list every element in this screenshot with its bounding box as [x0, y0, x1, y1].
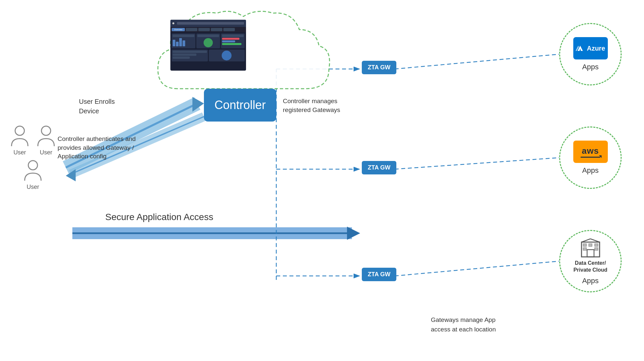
controller-manages-label: Controller manages registered Gateways: [283, 97, 340, 114]
user-label-2: User: [40, 149, 52, 156]
svg-line-11: [395, 54, 559, 69]
datacenter-building-icon: [580, 237, 601, 259]
user-svg-2: [36, 125, 56, 148]
users-section: User User User: [10, 125, 56, 191]
user-svg-3: [23, 159, 43, 182]
app-circle-aws: aws Apps: [559, 126, 622, 189]
svg-rect-21: [595, 244, 598, 246]
svg-point-15: [41, 126, 51, 135]
zta-gw-1: ZTA GW: [362, 61, 396, 74]
svg-marker-5: [347, 227, 360, 240]
aws-apps-label: Apps: [582, 166, 599, 175]
controller-label: Controller: [214, 98, 266, 112]
datacenter-line1: Data Center/: [575, 260, 606, 266]
user-icon-3: User: [23, 159, 43, 191]
svg-line-12: [395, 158, 559, 169]
user-label-3: User: [27, 184, 39, 191]
azure-icon: [576, 44, 585, 53]
app-circle-azure: Azure Apps: [559, 23, 622, 85]
diagram-container: Overview: [0, 0, 644, 361]
user-icon-2: User: [36, 125, 56, 156]
zta-gw-2: ZTA GW: [362, 161, 396, 174]
svg-rect-22: [583, 248, 586, 250]
secure-access-label: Secure Application Access: [105, 212, 213, 222]
dashboard-screen: Overview: [170, 20, 246, 71]
user-enrolls-label: User Enrolls Device: [79, 97, 115, 116]
svg-rect-18: [587, 250, 594, 257]
user-svg-1: [10, 125, 30, 148]
app-circle-datacenter: Data Center/ Private Cloud Apps: [559, 230, 622, 292]
svg-rect-23: [595, 248, 598, 250]
gateways-manage-label: Gateways manage App access at each locat…: [431, 315, 496, 334]
zta-gw-3: ZTA GW: [362, 268, 396, 281]
controller-auth-label: Controller authenticates and provides al…: [58, 135, 136, 161]
svg-point-14: [15, 126, 24, 135]
controller-box: Controller: [204, 89, 276, 122]
user-label-1: User: [13, 149, 26, 156]
svg-rect-20: [589, 244, 592, 246]
svg-marker-4: [66, 169, 76, 181]
user-row-top: User User: [10, 125, 56, 156]
datacenter-line2: Private Cloud: [573, 267, 607, 273]
user-icon-1: User: [10, 125, 30, 156]
svg-rect-19: [583, 244, 586, 246]
azure-apps-label: Apps: [582, 63, 599, 71]
datacenter-apps-label: Apps: [582, 277, 599, 285]
svg-line-13: [395, 261, 559, 276]
svg-point-16: [28, 161, 37, 170]
